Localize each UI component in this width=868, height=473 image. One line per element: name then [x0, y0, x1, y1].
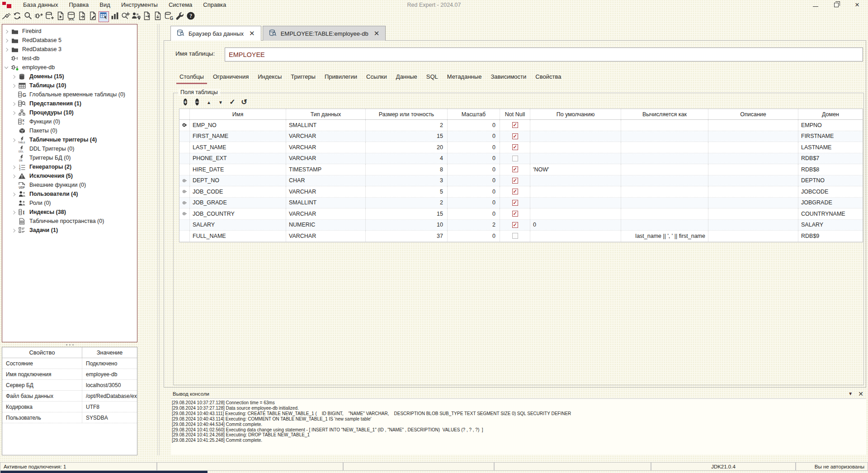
cell-size[interactable]: 37 — [366, 231, 448, 241]
not-null-checkbox[interactable]: ✓ — [512, 144, 518, 150]
subtab-3[interactable]: Триггеры — [286, 69, 320, 85]
tree-item[interactable]: Табличные пространства (0) — [2, 217, 137, 226]
cell-type[interactable]: VARCHAR — [286, 231, 366, 241]
tree-item[interactable]: Таблицы (10) — [2, 81, 137, 90]
cell-scale[interactable]: 0 — [448, 164, 500, 175]
cell-type[interactable]: VARCHAR — [286, 153, 366, 164]
grid-row[interactable]: JOB_GRADE SMALLINT 2 0 ✓ JOBGRADE — [179, 198, 863, 209]
cell-domain[interactable]: DEPTNO — [798, 175, 863, 186]
sql-editor-button[interactable]: SQL — [66, 11, 76, 22]
export-data-button[interactable] — [142, 11, 152, 22]
chevron-collapsed-icon[interactable] — [11, 210, 16, 215]
not-null-checkbox[interactable]: ✓ — [512, 189, 518, 194]
cell-default[interactable] — [530, 153, 621, 164]
tree-item[interactable]: DB Триггеры БД (0) — [2, 153, 137, 162]
tree-item[interactable]: Роли (0) — [2, 199, 137, 208]
document-tab-0[interactable]: Браузер баз данных ✕ — [170, 26, 261, 41]
new-sql-script-button[interactable] — [55, 11, 66, 22]
remove-column-button[interactable]: − — [193, 98, 201, 106]
cell-computed[interactable] — [621, 175, 708, 186]
cell-type[interactable]: VARCHAR — [286, 142, 366, 153]
grid-header[interactable]: Описание — [708, 109, 798, 119]
cell-domain[interactable]: RDB$9 — [798, 231, 863, 241]
rollback-button[interactable]: ↺ — [240, 98, 248, 106]
tree-item[interactable]: Задачи (1) — [2, 226, 137, 235]
cell-computed[interactable] — [621, 220, 708, 231]
cell-computed[interactable] — [621, 142, 708, 153]
help-button[interactable]: ? — [185, 11, 196, 22]
menu-item-3[interactable]: Инструменты — [116, 0, 163, 10]
menu-item-4[interactable]: Система — [163, 0, 198, 10]
move-up-button[interactable]: ▲ — [205, 98, 213, 106]
grid-header[interactable]: Размер или точность — [366, 109, 448, 119]
tree-item[interactable]: Исключения (5) — [2, 171, 137, 180]
cell-domain[interactable]: EMPNO — [798, 120, 863, 131]
commit-button[interactable]: ✓ — [228, 98, 236, 106]
chevron-collapsed-icon[interactable] — [11, 137, 16, 142]
cell-name[interactable]: JOB_CODE — [190, 186, 286, 197]
cell-type[interactable]: VARCHAR — [286, 208, 366, 219]
grid-header[interactable]: Вычисляется как — [621, 109, 708, 119]
chevron-collapsed-icon[interactable] — [11, 192, 16, 197]
restore-button[interactable] — [833, 1, 840, 9]
chevron-collapsed-icon[interactable] — [4, 38, 9, 43]
cell-default[interactable] — [530, 198, 621, 208]
open-script-button[interactable] — [77, 11, 87, 22]
menu-item-0[interactable]: База данных — [18, 0, 63, 10]
cell-default[interactable]: 'NOW' — [530, 164, 621, 175]
cell-computed[interactable]: last_name || ', ' || first_name — [621, 231, 708, 241]
search-button[interactable] — [23, 11, 33, 22]
cell-name[interactable]: HIRE_DATE — [190, 164, 286, 175]
tree-item[interactable]: Домены (15) — [2, 72, 137, 81]
tree-item[interactable]: TABLE Табличные триггеры (4) — [2, 135, 137, 144]
subtab-2[interactable]: Индексы — [253, 69, 286, 85]
grid-row[interactable]: FULL_NAME VARCHAR 37 0 last_name || ', '… — [179, 231, 863, 242]
tree-item[interactable]: RedDatabase 5 — [2, 36, 137, 45]
cell-scale[interactable]: 0 — [448, 175, 500, 186]
cell-description[interactable] — [708, 164, 798, 175]
cell-description[interactable] — [708, 131, 798, 142]
cell-computed[interactable] — [621, 208, 708, 219]
grid-row[interactable]: PHONE_EXT VARCHAR 4 0 RDB$7 — [179, 153, 863, 165]
cell-name[interactable]: DEPT_NO — [190, 175, 286, 186]
menu-item-2[interactable]: Вид — [94, 0, 116, 10]
subtab-4[interactable]: Привилегии — [320, 69, 362, 85]
cell-scale[interactable]: 0 — [448, 231, 500, 241]
chevron-expanded-icon[interactable] — [4, 65, 9, 70]
tab-close-icon[interactable]: ✕ — [249, 29, 255, 38]
subtab-5[interactable]: Ссылки — [362, 69, 392, 85]
chevron-collapsed-icon[interactable] — [11, 174, 16, 179]
tree-item[interactable]: Процедуры (10) — [2, 108, 137, 117]
chevron-collapsed-icon[interactable] — [11, 74, 16, 79]
cell-scale[interactable]: 0 — [448, 153, 500, 164]
table-name-input[interactable] — [225, 47, 863, 61]
chevron-collapsed-icon[interactable] — [4, 29, 9, 34]
cell-default[interactable]: 0 — [530, 220, 621, 231]
chevron-collapsed-icon[interactable] — [4, 47, 9, 52]
cell-size[interactable]: 4 — [366, 153, 448, 164]
cell-name[interactable]: FIRST_NAME — [190, 131, 286, 142]
cell-default[interactable] — [530, 131, 621, 142]
grid-header[interactable]: По умолчанию — [530, 109, 621, 119]
cell-description[interactable] — [708, 142, 798, 153]
menu-item-5[interactable]: Справка — [198, 0, 231, 10]
grid-row[interactable]: SALARY NUMERIC 10 2 ✓ 0 SALARY — [179, 220, 863, 231]
cell-scale[interactable]: 0 — [448, 208, 500, 219]
minimize-button[interactable] — [812, 1, 819, 9]
not-null-checkbox[interactable]: ✓ — [512, 133, 518, 139]
cell-size[interactable]: 3 — [366, 175, 448, 186]
statistics-button[interactable] — [109, 11, 120, 22]
tree-item[interactable]: Пользователи (4) — [2, 189, 137, 199]
cell-type[interactable]: SMALLINT — [286, 198, 366, 208]
find-in-metadata-button[interactable] — [120, 11, 131, 22]
cell-size[interactable]: 15 — [366, 208, 448, 219]
cell-type[interactable]: TIMESTAMP — [286, 164, 366, 175]
cell-default[interactable] — [530, 142, 621, 153]
tree-item[interactable]: DDL DDL Триггеры (0) — [2, 144, 137, 153]
cell-default[interactable] — [530, 175, 621, 186]
grid-header[interactable]: Тип данных — [286, 109, 366, 119]
cell-name[interactable]: FULL_NAME — [190, 231, 286, 241]
reconnect-button[interactable] — [12, 11, 22, 22]
cell-default[interactable] — [530, 120, 621, 131]
cell-computed[interactable] — [621, 120, 708, 131]
